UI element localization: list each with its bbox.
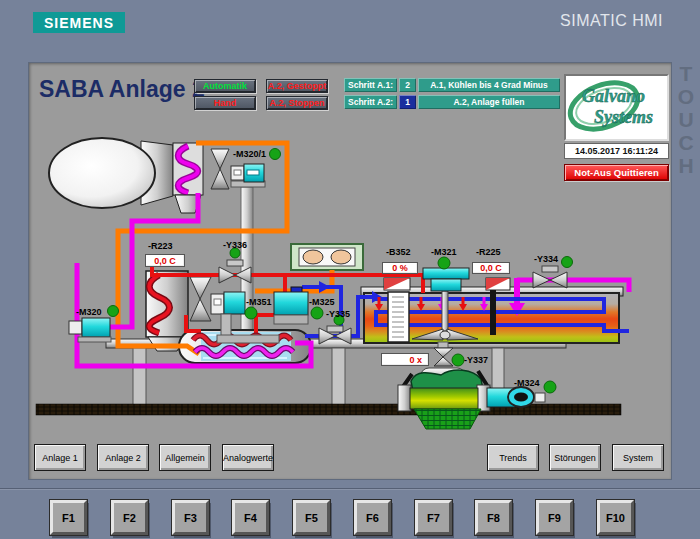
temp-display-r225: 0,0 C xyxy=(472,262,510,274)
status-m324 xyxy=(544,381,556,393)
hmi-panel: SIEMENS SIMATIC HMI TO UC H xyxy=(0,0,700,539)
siemens-logo: SIEMENS xyxy=(33,12,125,33)
step-a1-text: A.1, Kühlen bis 4 Grad Minus xyxy=(418,78,560,92)
nav-stoerungen-button[interactable]: Störungen xyxy=(549,444,601,471)
label-r223: -R223 xyxy=(148,241,173,251)
bezel-seam xyxy=(0,488,700,489)
step-a1-label: Schritt A.1: xyxy=(344,78,397,92)
datetime-display: 14.05.2017 16:11:24 xyxy=(564,143,669,159)
status-m325 xyxy=(311,307,323,319)
step-a2-text: A.2, Anlage füllen xyxy=(418,95,560,109)
fkey-f9[interactable]: F9 xyxy=(536,500,573,535)
fkey-f2[interactable]: F2 xyxy=(111,500,148,535)
burner-unit xyxy=(291,244,363,270)
fkey-f1[interactable]: F1 xyxy=(50,500,87,535)
storage-tank-left xyxy=(49,138,229,213)
label-m320-1: -M320/1 xyxy=(233,149,266,159)
fkey-f3[interactable]: F3 xyxy=(172,500,209,535)
svg-text:Systems: Systems xyxy=(594,107,653,127)
label-m321: -M321 xyxy=(431,247,457,257)
filter-pump-assembly xyxy=(398,368,490,429)
valve-y334 xyxy=(533,266,567,288)
automatik-button[interactable]: Automatik xyxy=(194,79,256,93)
galvano-logo: Galvano Systems xyxy=(564,74,669,141)
fkey-f6[interactable]: F6 xyxy=(354,500,391,535)
count-display-mixer: 0 x xyxy=(381,353,429,366)
label-m324: -M324 xyxy=(514,378,540,388)
touch-label: TO UC H xyxy=(674,62,698,177)
fkey-f8[interactable]: F8 xyxy=(475,500,512,535)
label-b352: -B352 xyxy=(386,247,411,257)
svg-text:Galvano: Galvano xyxy=(582,86,645,106)
simatic-hmi-label: SIMATIC HMI xyxy=(560,12,663,30)
state-gestoppt-button[interactable]: A.2, Gestoppt xyxy=(266,79,328,93)
fkey-f4[interactable]: F4 xyxy=(232,500,269,535)
label-y334: -Y334 xyxy=(534,254,558,264)
nav-trends-button[interactable]: Trends xyxy=(487,444,539,471)
nav-anlage2-button[interactable]: Anlage 2 xyxy=(97,444,149,471)
label-y335: -Y335 xyxy=(326,309,350,319)
label-y336: -Y336 xyxy=(223,240,247,250)
hand-button[interactable]: Hand xyxy=(194,96,256,110)
status-m351 xyxy=(245,307,257,319)
fan-motor-m320-1 xyxy=(231,164,265,187)
pump-m325 xyxy=(274,287,308,324)
nav-allgemein-button[interactable]: Allgemein xyxy=(159,444,211,471)
label-r225: -R225 xyxy=(476,247,501,257)
status-y337 xyxy=(452,354,464,366)
state-stoppen-button[interactable]: A.2, Stoppen xyxy=(266,96,328,110)
label-y337: -Y337 xyxy=(464,355,488,365)
step-a2-label: Schritt A.2: xyxy=(344,95,397,109)
page-title: SABA Anlage 2 xyxy=(39,76,205,103)
nav-system-button[interactable]: System xyxy=(612,444,664,471)
level-display-b352: 0 % xyxy=(382,262,418,274)
nav-anlage1-button[interactable]: Anlage 1 xyxy=(34,444,86,471)
label-m351: -M351 xyxy=(246,297,272,307)
fkey-f5[interactable]: F5 xyxy=(293,500,330,535)
step-a1-value: 2 xyxy=(399,78,416,92)
temp-display-r223: 0,0 C xyxy=(145,254,185,267)
status-m320 xyxy=(108,306,119,317)
notaus-quit-button[interactable]: Not-Aus Quittieren xyxy=(564,164,669,181)
fkey-f10[interactable]: F10 xyxy=(597,500,634,535)
label-m320: -M320 xyxy=(76,307,102,317)
nav-analogwerte-button[interactable]: Analogwerte xyxy=(222,444,274,471)
hmi-screen: SABA Anlage 2 Automatik Hand A.2, Gestop… xyxy=(28,62,672,480)
step-a2-value-input[interactable]: 1 xyxy=(399,95,416,109)
status-y334 xyxy=(562,257,573,268)
status-m321 xyxy=(438,257,450,269)
status-m320-1 xyxy=(270,149,281,160)
floor xyxy=(36,404,621,415)
fkey-f7[interactable]: F7 xyxy=(415,500,452,535)
label-m325: -M325 xyxy=(309,297,335,307)
